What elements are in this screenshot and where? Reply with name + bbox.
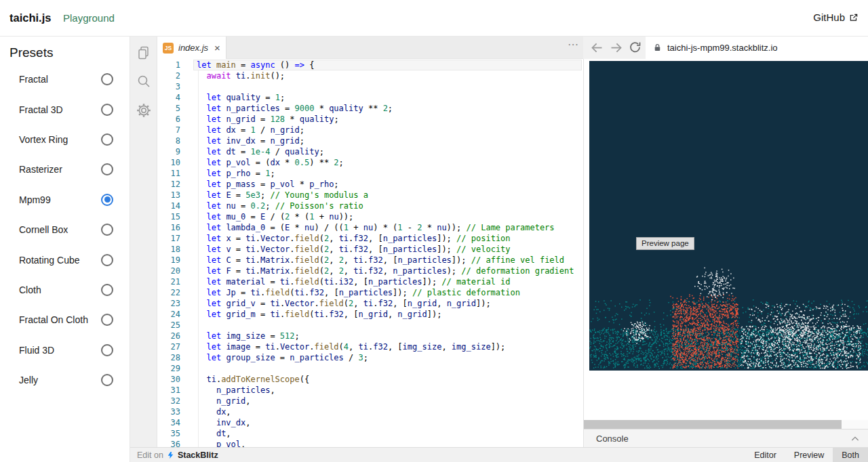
brand-taichi-js[interactable]: taichi.js (9, 12, 51, 24)
code-line-19[interactable]: 19 let C = ti.Matrix.field(2, 2, ti.f32,… (157, 255, 583, 266)
line-number: 31 (157, 385, 180, 396)
preset-radio[interactable] (101, 133, 113, 146)
preset-item-fluid-3d[interactable]: Fluid 3D (0, 335, 130, 365)
view-mode-both[interactable]: Both (833, 448, 868, 462)
preset-radio[interactable] (101, 314, 113, 326)
preset-item-jelly[interactable]: Jelly (0, 365, 130, 395)
code-line-14[interactable]: 14 let nu = 0.2; // Poisson's ratio (157, 201, 583, 211)
preset-list: FractalFractal 3DVortex RingRasterizerMp… (0, 64, 130, 395)
line-number: 8 (157, 135, 180, 146)
preset-radio[interactable] (101, 374, 113, 386)
code-line-35[interactable]: 35 dt, (157, 428, 583, 439)
line-text: let lambda_0 = (E * nu) / ((1 + nu) * (1… (180, 222, 555, 233)
code-line-2[interactable]: 2 await ti.init(); (157, 70, 583, 81)
code-line-11[interactable]: 11 let p_rho = 1; (157, 168, 583, 179)
code-line-5[interactable]: 5 let n_particles = 9000 * quality ** 2; (157, 103, 583, 114)
preset-item-cloth[interactable]: Cloth (0, 275, 130, 305)
nav-playground-link[interactable]: Playground (63, 12, 115, 24)
simulation-canvas[interactable] (589, 61, 868, 371)
code-line-18[interactable]: 18 let v = ti.Vector.field(2, ti.f32, [n… (157, 244, 583, 255)
code-line-32[interactable]: 32 n_grid, (157, 396, 583, 406)
preset-item-fractal-3d[interactable]: Fractal 3D (0, 94, 130, 124)
preset-item-fractal-on-cloth[interactable]: Fractal On Cloth (0, 305, 130, 335)
preset-radio[interactable] (101, 194, 113, 206)
code-line-12[interactable]: 12 let p_mass = p_vol * p_rho; (157, 179, 583, 190)
code-line-13[interactable]: 13 let E = 5e3; // Young's modulus a (157, 190, 583, 201)
preset-item-rasterizer[interactable]: Rasterizer (0, 154, 130, 184)
preset-label: Vortex Ring (19, 134, 101, 145)
code-line-7[interactable]: 7 let dx = 1 / n_grid; (157, 125, 583, 135)
preset-radio[interactable] (101, 224, 113, 236)
code-line-4[interactable]: 4 let quality = 1; (157, 92, 583, 103)
tab-index-js[interactable]: JS index.js × (157, 37, 226, 59)
code-line-9[interactable]: 9 let dt = 1e-4 / quality; (157, 146, 583, 157)
preview-pane: Preview page Console (583, 59, 868, 447)
code-line-16[interactable]: 16 let lambda_0 = (E * nu) / ((1 + nu) *… (157, 222, 583, 233)
settings-icon[interactable] (136, 102, 152, 119)
code-line-22[interactable]: 22 let Jp = ti.field(ti.f32, [n_particle… (157, 287, 583, 298)
chevron-up-icon[interactable] (850, 434, 861, 444)
tab-overflow-menu-icon[interactable]: ⋯ (568, 38, 579, 51)
preset-item-mpm99[interactable]: Mpm99 (0, 185, 130, 215)
code-line-1[interactable]: 1let main = async () => { (157, 60, 583, 70)
preset-radio[interactable] (101, 73, 113, 85)
line-text: let mu_0 = E / (2 * (1 + nu)); (180, 211, 353, 222)
preview-page-button[interactable]: Preview page (636, 237, 694, 250)
code-line-36[interactable]: 36 p_vol, (157, 439, 583, 447)
code-line-34[interactable]: 34 inv_dx, (157, 417, 583, 428)
horizontal-scrollbar-thumb[interactable] (584, 420, 842, 429)
tab-label: index.js (178, 43, 208, 53)
line-number: 18 (157, 244, 180, 255)
view-mode-editor[interactable]: Editor (745, 448, 785, 462)
code-line-31[interactable]: 31 n_particles, (157, 385, 583, 396)
console-bar[interactable]: Console (584, 429, 868, 447)
url-field[interactable]: taichi-js-mpm99.stackblitz.io (646, 37, 868, 59)
code-line-33[interactable]: 33 dx, (157, 406, 583, 417)
preset-radio[interactable] (101, 254, 113, 266)
preset-item-fractal[interactable]: Fractal (0, 64, 130, 94)
preset-radio[interactable] (101, 163, 113, 175)
line-number: 16 (157, 222, 180, 233)
github-link[interactable]: GitHub (813, 12, 859, 23)
files-icon[interactable] (136, 45, 152, 61)
code-line-28[interactable]: 28 let group_size = n_particles / 3; (157, 352, 583, 363)
preset-item-vortex-ring[interactable]: Vortex Ring (0, 125, 130, 154)
back-icon[interactable] (590, 41, 604, 55)
preview-browser-bar: taichi-js-mpm99.stackblitz.io (583, 37, 868, 59)
line-number: 29 (157, 363, 180, 374)
reload-icon[interactable] (628, 41, 642, 55)
code-line-27[interactable]: 27 let image = ti.Vector.field(4, ti.f32… (157, 341, 583, 352)
preset-item-cornell-box[interactable]: Cornell Box (0, 215, 130, 245)
stackblitz-label: StackBlitz (178, 450, 218, 460)
forward-icon[interactable] (609, 41, 623, 55)
code-line-20[interactable]: 20 let F = ti.Matrix.field(2, 2, ti.f32,… (157, 266, 583, 276)
edit-on-stackblitz-link[interactable]: Edit on StackBlitz (137, 450, 218, 460)
code-line-23[interactable]: 23 let grid_v = ti.Vector.field(2, ti.f3… (157, 298, 583, 309)
code-line-21[interactable]: 21 let material = ti.field(ti.i32, [n_pa… (157, 276, 583, 287)
code-line-17[interactable]: 17 let x = ti.Vector.field(2, ti.f32, [n… (157, 233, 583, 244)
line-text: await ti.init(); (180, 70, 285, 81)
code-line-30[interactable]: 30 ti.addToKernelScope({ (157, 374, 583, 385)
tab-close-icon[interactable]: × (214, 42, 220, 54)
code-line-10[interactable]: 10 let p_vol = (dx * 0.5) ** 2; (157, 157, 583, 168)
code-line-8[interactable]: 8 let inv_dx = n_grid; (157, 135, 583, 146)
code-line-6[interactable]: 6 let n_grid = 128 * quality; (157, 114, 583, 125)
code-line-3[interactable]: 3 (157, 81, 583, 92)
code-line-24[interactable]: 24 let grid_m = ti.field(ti.f32, [n_grid… (157, 309, 583, 320)
code-line-25[interactable]: 25 (157, 320, 583, 331)
line-text: let img_size = 512; (180, 331, 300, 341)
preset-radio[interactable] (101, 104, 113, 116)
code-line-15[interactable]: 15 let mu_0 = E / (2 * (1 + nu)); (157, 211, 583, 222)
line-text: p_vol, (180, 439, 245, 447)
preset-radio[interactable] (101, 284, 113, 296)
code-line-29[interactable]: 29 (157, 363, 583, 374)
search-icon[interactable] (136, 73, 152, 89)
code-editor[interactable]: 1let main = async () => {2 await ti.init… (157, 59, 583, 447)
line-text: let material = ti.field(ti.i32, [n_parti… (180, 276, 511, 287)
line-text: let v = ti.Vector.field(2, ti.f32, [n_pa… (180, 244, 511, 255)
view-mode-preview[interactable]: Preview (785, 448, 833, 462)
preset-item-rotating-cube[interactable]: Rotating Cube (0, 245, 130, 274)
preset-radio[interactable] (101, 344, 113, 356)
code-line-26[interactable]: 26 let img_size = 512; (157, 331, 583, 341)
editor-activity-bar (130, 37, 157, 447)
